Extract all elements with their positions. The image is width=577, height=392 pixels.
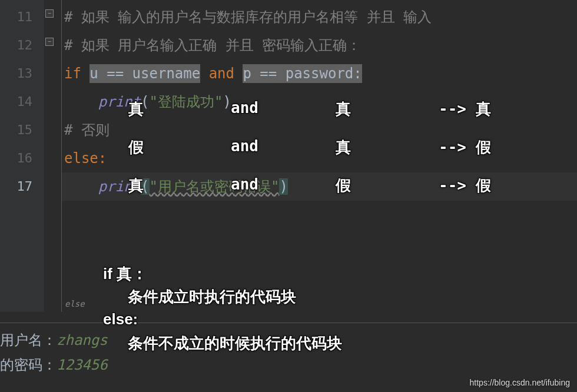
line-gutter: 11 12 13 14 15 16 17: [0, 0, 44, 312]
annotation-true: 真: [128, 99, 144, 119]
annotation-false: 假: [128, 137, 144, 158]
user-input: 123456: [57, 357, 108, 373]
line-number: 14: [0, 88, 44, 116]
comment-text: # 如果 输入的用户名与数据库存的用户名相等 并且 输入: [64, 9, 432, 25]
line-number: 11: [0, 3, 44, 31]
code-line-13: if u == username and p == password:: [62, 59, 577, 88]
selection-highlight: p == password:: [243, 64, 362, 83]
fold-marker-icon[interactable]: −: [45, 38, 54, 46]
annotation-explain: 条件成立时执行的代码块: [128, 287, 296, 307]
annotation-false: 假: [336, 175, 351, 196]
comment-text: # 如果 用户名输入正确 并且 密码输入正确：: [64, 37, 361, 54]
code-line-11: # 如果 输入的用户名与数据库存的用户名相等 并且 输入: [62, 3, 577, 31]
line-number: 16: [0, 144, 44, 172]
selection-highlight: u == username: [89, 64, 200, 83]
watermark-text: https://blog.csdn.net/ifubing: [470, 378, 570, 387]
annotation-result: --> 假: [439, 175, 491, 196]
and-keyword: and: [200, 65, 243, 82]
annotation-true: 真: [128, 175, 144, 196]
string-literal: "用户名或密码错误": [150, 178, 280, 195]
annotation-result: --> 真: [439, 99, 491, 119]
line-number: 13: [0, 59, 44, 88]
fold-label-else: else: [65, 299, 85, 308]
annotation-and: and: [231, 99, 258, 117]
string-literal: "登陆成功": [150, 94, 223, 110]
user-input: zhangs: [57, 332, 108, 348]
line-number: 17: [0, 172, 44, 201]
annotation-and: and: [231, 175, 258, 193]
else-keyword: else:: [64, 150, 107, 167]
fold-column: − −: [44, 0, 62, 312]
annotation-result: --> 假: [439, 137, 491, 158]
comment-text: # 否则: [64, 122, 110, 138]
fold-marker-icon[interactable]: −: [45, 9, 54, 18]
prompt-label: 用户名：: [0, 332, 57, 348]
annotation-true: 真: [336, 137, 351, 158]
line-number: 15: [0, 116, 44, 144]
code-line-12: # 如果 用户名输入正确 并且 密码输入正确：: [62, 31, 577, 59]
annotation-explain: 条件不成立的时候执行的代码块: [128, 333, 342, 354]
close-paren: ): [223, 94, 231, 110]
annotation-if: if 真：: [103, 264, 147, 284]
line-number: 12: [0, 31, 44, 59]
terminal-line: 的密码：123456: [0, 353, 577, 377]
annotation-true: 真: [336, 99, 351, 119]
if-keyword: if: [64, 65, 89, 82]
close-paren: ): [279, 178, 287, 195]
annotation-else: else:: [103, 310, 138, 328]
prompt-label: 的密码：: [0, 357, 57, 373]
annotation-and: and: [231, 137, 258, 155]
